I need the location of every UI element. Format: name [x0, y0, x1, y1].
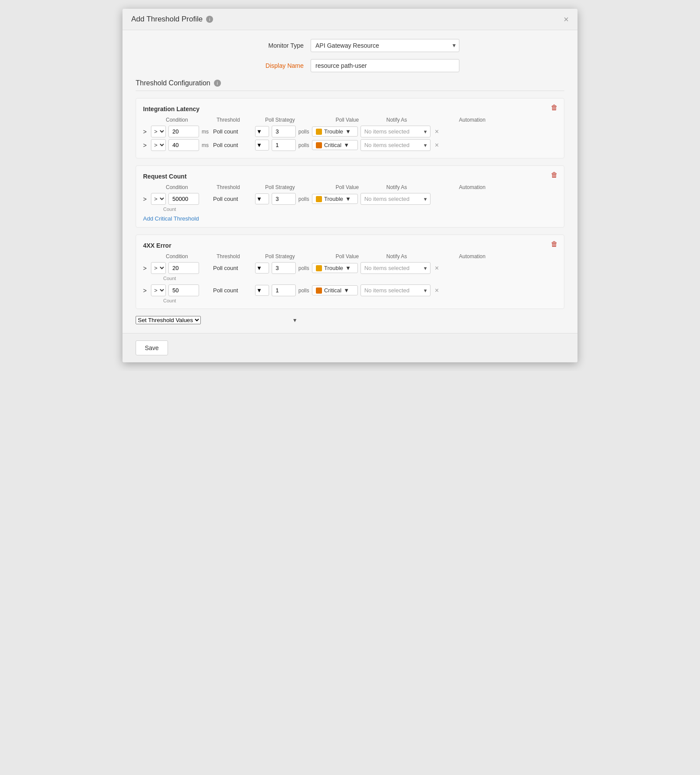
set-threshold-select[interactable]: Set Threshold Values	[136, 316, 201, 324]
condition-symbol: >	[143, 142, 148, 149]
automation-select-wrapper: No items selected ▼	[360, 284, 430, 296]
row-delete-button[interactable]: ×	[433, 287, 441, 295]
threshold-block-integration-latency: 🗑 Integration Latency Condition Threshol…	[136, 98, 564, 158]
automation-select[interactable]: No items selected	[360, 262, 430, 274]
condition-select[interactable]: >	[151, 284, 166, 296]
poll-strategy-select[interactable]: ▼	[255, 193, 269, 204]
save-button[interactable]: Save	[136, 340, 168, 355]
poll-strategy-select[interactable]: ▼	[255, 126, 269, 137]
threshold-config-section: Threshold Configuration i 🗑 Integration …	[136, 79, 564, 309]
display-name-row: Display Name	[136, 59, 564, 72]
table-row: > > ms Poll count ▼ polls Trouble ▼	[143, 126, 557, 137]
threshold-value-input[interactable]	[168, 284, 199, 296]
notify-label: Trouble	[324, 265, 343, 271]
col-header-threshold: Threshold	[217, 117, 262, 123]
add-threshold-profile-modal: Add Threshold Profile i × Monitor Type A…	[122, 9, 578, 362]
sub-label-count-row1: Count	[163, 276, 557, 281]
condition-select[interactable]: >	[151, 262, 166, 274]
col-header-condition: Condition	[166, 184, 214, 190]
condition-symbol: >	[143, 196, 148, 203]
poll-unit-label: polls	[298, 288, 309, 294]
sub-label-count: Count	[163, 207, 557, 212]
col-header-automation: Automation	[459, 117, 546, 123]
modal-body: Monitor Type API Gateway Resource ▼ Disp…	[122, 30, 578, 333]
table-row: > > ms Poll count ▼ polls Critical ▼	[143, 139, 557, 151]
automation-select-wrapper: No items selected ▼	[360, 193, 430, 205]
modal-footer: Save	[122, 333, 578, 362]
notify-chevron-icon: ▼	[345, 128, 351, 135]
poll-strategy-select-wrapper: ▼	[255, 285, 269, 296]
automation-select[interactable]: No items selected	[360, 284, 430, 296]
poll-value-input[interactable]	[272, 262, 296, 274]
poll-strategy-text: Poll count	[213, 142, 252, 148]
poll-strategy-text: Poll count	[213, 196, 252, 202]
col-header-threshold: Threshold	[217, 184, 262, 190]
set-threshold-wrapper: Set Threshold Values ▼	[136, 316, 302, 324]
condition-select[interactable]: >	[151, 193, 166, 205]
col-header-poll-value: Poll Value	[336, 117, 384, 123]
notify-label: Critical	[324, 287, 342, 294]
notify-label: Trouble	[324, 196, 343, 202]
display-name-input[interactable]	[311, 59, 459, 72]
row-delete-button[interactable]: ×	[433, 141, 441, 149]
threshold-value-input[interactable]	[168, 139, 199, 151]
notify-badge[interactable]: Critical ▼	[312, 285, 358, 295]
col-header-poll-strategy: Poll Strategy	[265, 184, 333, 190]
table-header-integration-latency: Condition Threshold Poll Strategy Poll V…	[143, 117, 557, 123]
notify-color-swatch	[316, 196, 322, 202]
poll-value-input[interactable]	[272, 139, 296, 151]
threshold-value-input[interactable]	[168, 262, 199, 274]
row-delete-button[interactable]: ×	[433, 264, 441, 272]
threshold-value-input[interactable]	[168, 193, 199, 205]
automation-select[interactable]: No items selected	[360, 193, 430, 205]
poll-value-input[interactable]	[272, 126, 296, 137]
col-header-poll-value: Poll Value	[336, 253, 384, 260]
automation-select[interactable]: No items selected	[360, 126, 430, 137]
sub-label-count-row2: Count	[163, 298, 557, 303]
poll-value-input[interactable]	[272, 284, 296, 296]
col-header-notify-as: Notify As	[386, 253, 456, 260]
set-threshold-chevron-icon: ▼	[292, 317, 298, 323]
monitor-type-label: Monitor Type	[241, 42, 311, 49]
condition-select[interactable]: >	[151, 126, 166, 137]
unit-label: ms	[202, 129, 210, 135]
section-title: Threshold Configuration	[136, 79, 210, 87]
poll-strategy-select[interactable]: ▼	[255, 285, 269, 296]
notify-badge[interactable]: Trouble ▼	[312, 263, 358, 273]
block-title-integration-latency: Integration Latency	[143, 105, 557, 112]
notify-badge[interactable]: Trouble ▼	[312, 126, 358, 137]
poll-strategy-select[interactable]: ▼	[255, 140, 269, 151]
poll-strategy-select-wrapper: ▼	[255, 193, 269, 204]
table-row: > > Poll count ▼ polls Trouble ▼	[143, 193, 557, 205]
poll-strategy-select-wrapper: ▼	[255, 140, 269, 151]
monitor-type-select[interactable]: API Gateway Resource	[311, 39, 459, 52]
section-header: Threshold Configuration i	[136, 79, 564, 91]
table-header-request-count: Condition Threshold Poll Strategy Poll V…	[143, 184, 557, 190]
monitor-type-row: Monitor Type API Gateway Resource ▼	[136, 39, 564, 52]
add-critical-threshold-button[interactable]: Add Critical Threshold	[143, 215, 199, 222]
threshold-value-input[interactable]	[168, 126, 199, 137]
delete-block-integration-latency-button[interactable]: 🗑	[551, 104, 558, 112]
notify-label: Trouble	[324, 128, 343, 135]
row-delete-button[interactable]: ×	[433, 128, 441, 136]
info-icon[interactable]: i	[206, 16, 213, 23]
col-header-poll-value: Poll Value	[336, 184, 384, 190]
poll-strategy-select[interactable]: ▼	[255, 263, 269, 274]
section-info-icon[interactable]: i	[214, 80, 221, 87]
notify-badge[interactable]: Critical ▼	[312, 140, 358, 150]
automation-select[interactable]: No items selected	[360, 139, 430, 151]
modal-title: Add Threshold Profile	[131, 15, 203, 24]
notify-badge[interactable]: Trouble ▼	[312, 194, 358, 204]
condition-select[interactable]: >	[151, 139, 166, 151]
table-header-4xx-error: Condition Threshold Poll Strategy Poll V…	[143, 253, 557, 260]
condition-symbol: >	[143, 287, 148, 294]
poll-value-input[interactable]	[272, 193, 296, 205]
poll-strategy-text: Poll count	[213, 287, 252, 294]
close-button[interactable]: ×	[564, 15, 569, 24]
table-row: > > Poll count ▼ polls Critical ▼	[143, 284, 557, 296]
col-header-threshold: Threshold	[217, 253, 262, 260]
delete-block-4xx-error-button[interactable]: 🗑	[551, 240, 558, 248]
delete-block-request-count-button[interactable]: 🗑	[551, 171, 558, 179]
notify-color-swatch	[316, 265, 322, 271]
poll-strategy-text: Poll count	[213, 265, 252, 271]
